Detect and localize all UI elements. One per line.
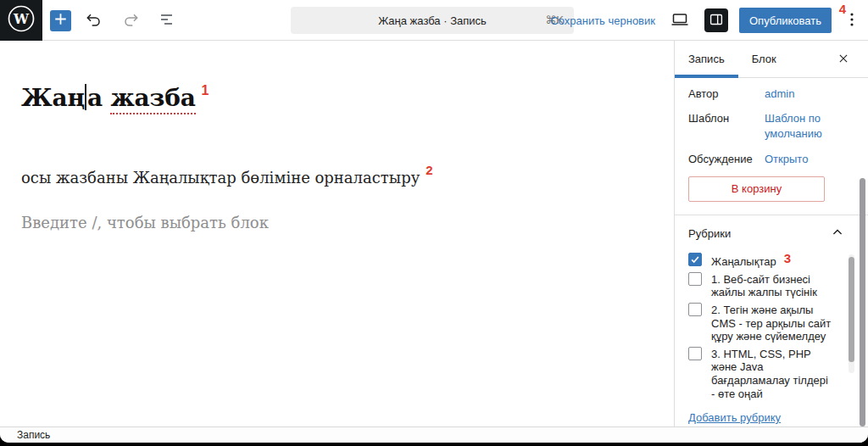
category-item[interactable]: 2. Тегін және ақылы CMS - тер арқылы сай… xyxy=(688,303,832,343)
category-label: 3. HTML, CSS, PHP және Java бағдарламала… xyxy=(711,347,832,400)
discussion-value-link[interactable]: Открыто xyxy=(765,152,808,167)
checkbox-unchecked-icon[interactable] xyxy=(688,303,702,316)
author-label: Автор xyxy=(688,86,765,102)
preview-button[interactable] xyxy=(666,7,693,34)
document-title: Жаңа жазба · Запись xyxy=(378,14,487,27)
command-palette-bar[interactable]: Жаңа жазба · Запись ⌘K xyxy=(291,7,574,34)
title-misspelled-word: жазба xyxy=(110,84,195,114)
summary-row-discussion: Обсуждение Открыто xyxy=(688,152,846,167)
checkbox-checked-icon[interactable] xyxy=(688,253,702,266)
annotation-3: 3 xyxy=(784,251,791,266)
categories-title: Рубрики xyxy=(688,227,731,240)
template-label: Шаблон xyxy=(688,111,765,142)
redo-icon xyxy=(120,9,141,32)
publish-button[interactable]: Опубликовать xyxy=(739,8,832,33)
editor-footer: Запись xyxy=(0,426,868,443)
post-summary-panel: Автор admin Шаблон Шаблон по умолчанию О… xyxy=(675,78,868,167)
editor-canvas[interactable]: Жаңа жазба1 осы жазбаны Жаңалықтар бөлім… xyxy=(0,41,674,426)
laptop-preview-icon xyxy=(670,9,690,32)
add-category-link[interactable]: Добавить рубрику xyxy=(688,411,781,424)
annotation-1: 1 xyxy=(202,83,209,98)
category-label: Жаңалықтар3 xyxy=(711,253,791,269)
checkbox-unchecked-icon[interactable] xyxy=(688,272,702,286)
paragraph-text: осы жазбаны Жаңалықтар бөліміне орналаст… xyxy=(21,169,420,187)
document-tools xyxy=(50,0,181,41)
title-text-before-caret: Жаң xyxy=(21,84,85,112)
paragraph-block[interactable]: осы жазбаны Жаңалықтар бөліміне орналаст… xyxy=(21,169,433,187)
annotation-4: 4 xyxy=(839,2,846,16)
block-appender-placeholder[interactable]: Введите /, чтобы выбрать блок xyxy=(21,214,269,231)
checkbox-unchecked-icon[interactable] xyxy=(688,347,702,360)
settings-sidebar-toggle[interactable] xyxy=(704,8,728,32)
breadcrumb: Запись xyxy=(17,429,50,441)
wordpress-icon: W xyxy=(7,4,36,36)
chevron-up-icon xyxy=(829,224,846,243)
categories-panel-header[interactable]: Рубрики xyxy=(675,215,868,253)
editor-window: W xyxy=(0,0,868,443)
settings-sidebar: Запись Блок Автор admin Шаблон Шаблон по… xyxy=(674,41,868,426)
header-actions: Сохранить черновик Опубликовать xyxy=(550,0,861,41)
plus-icon xyxy=(50,8,71,32)
undo-icon xyxy=(84,9,104,32)
tab-post[interactable]: Запись xyxy=(675,41,738,77)
sidebar-panel-icon xyxy=(707,10,726,31)
summary-row-author: Автор admin xyxy=(688,86,846,102)
summary-row-template: Шаблон Шаблон по умолчанию xyxy=(688,111,846,142)
list-view-button[interactable] xyxy=(153,7,181,34)
categories-panel: Рубрики Жаңалықтар3 1. Веб-сайт бизнесі xyxy=(675,215,868,424)
undo-button[interactable] xyxy=(81,7,108,34)
category-label: 1. Веб-сайт бизнесі жайлы жалпы түсінік xyxy=(711,272,832,299)
template-value-link[interactable]: Шаблон по умолчанию xyxy=(765,111,846,142)
categories-list: Жаңалықтар3 1. Веб-сайт бизнесі жайлы жа… xyxy=(675,253,868,400)
redo-button[interactable] xyxy=(117,7,144,34)
annotation-2: 2 xyxy=(426,163,432,177)
tab-block[interactable]: Блок xyxy=(738,41,790,77)
category-item[interactable]: Жаңалықтар3 xyxy=(688,253,832,269)
categories-scrollbar-track[interactable] xyxy=(849,254,854,373)
close-icon xyxy=(836,51,851,69)
block-inserter-button[interactable] xyxy=(50,10,71,31)
list-view-icon xyxy=(157,9,177,32)
category-item[interactable]: 3. HTML, CSS, PHP және Java бағдарламала… xyxy=(688,347,832,400)
sidebar-tabs: Запись Блок xyxy=(675,41,868,78)
move-to-trash-button[interactable]: В корзину xyxy=(688,176,825,202)
save-draft-button[interactable]: Сохранить черновик xyxy=(550,14,655,27)
discussion-label: Обсуждение xyxy=(688,152,765,167)
svg-text:W: W xyxy=(13,11,30,27)
close-sidebar-button[interactable] xyxy=(834,50,853,69)
categories-scrollbar-thumb[interactable] xyxy=(849,257,854,362)
category-label: 2. Тегін және ақылы CMS - тер арқылы сай… xyxy=(711,303,832,343)
post-title-input[interactable]: Жаңа жазба1 xyxy=(21,84,209,112)
category-item[interactable]: 1. Веб-сайт бизнесі жайлы жалпы түсінік xyxy=(688,272,832,299)
title-text-after-caret: а xyxy=(87,84,111,112)
top-toolbar: W xyxy=(0,0,868,41)
author-value-link[interactable]: admin xyxy=(765,86,794,102)
wordpress-logo-button[interactable]: W xyxy=(0,0,42,41)
window-scrollbar-thumb[interactable] xyxy=(860,178,865,426)
